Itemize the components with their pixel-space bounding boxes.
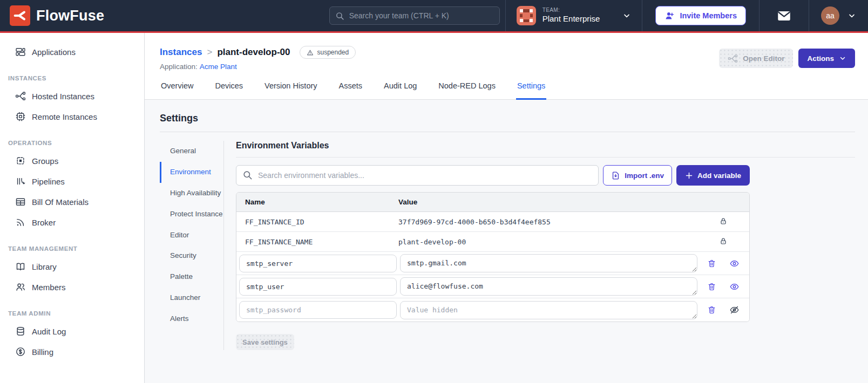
navbar-divider bbox=[759, 0, 760, 31]
sidebar-item-bill-of-materials[interactable]: Bill Of Materials bbox=[0, 191, 144, 212]
sidebar-item-billing[interactable]: Billing bbox=[0, 341, 144, 362]
delete-variable-button[interactable] bbox=[707, 305, 716, 314]
sidebar-item-label: Billing bbox=[32, 347, 53, 357]
add-variable-label: Add variable bbox=[697, 172, 741, 180]
plus-icon bbox=[685, 172, 693, 180]
page-title: Settings bbox=[160, 113, 855, 124]
sidebar-item-broker[interactable]: Broker bbox=[0, 212, 144, 232]
value-visible-toggle[interactable] bbox=[729, 282, 740, 292]
env-toolbar: Import .env Add variable bbox=[236, 165, 750, 186]
sidebar-item-label: Members bbox=[32, 283, 66, 292]
groups-icon bbox=[15, 155, 26, 166]
lock-icon bbox=[719, 237, 728, 245]
user-menu[interactable]: aa bbox=[809, 6, 868, 25]
status-badge-label: suspended bbox=[317, 49, 349, 56]
env-name-input[interactable] bbox=[239, 255, 397, 272]
import-env-button[interactable]: Import .env bbox=[603, 165, 672, 186]
settings-nav-general[interactable]: General bbox=[160, 141, 223, 162]
import-env-label: Import .env bbox=[625, 172, 664, 180]
env-value-input[interactable] bbox=[400, 277, 697, 296]
settings-nav-environment[interactable]: Environment bbox=[160, 162, 223, 183]
env-row-ff-instance-name: FF_INSTANCE_NAMEplant-develop-00 bbox=[236, 232, 749, 252]
env-name-input[interactable] bbox=[239, 301, 397, 319]
save-settings-button[interactable]: Save settings bbox=[236, 334, 294, 350]
section-title: Environment Variables bbox=[236, 141, 855, 158]
top-navbar: FlowFuse TEAM: Plant Enterprise bbox=[0, 0, 868, 31]
sidebar-item-audit-log[interactable]: Audit Log bbox=[0, 321, 144, 341]
settings-nav-alerts[interactable]: Alerts bbox=[160, 309, 223, 330]
sidebar-item-members[interactable]: Members bbox=[0, 277, 144, 297]
settings-nav: GeneralEnvironmentHigh AvailabilityProte… bbox=[160, 141, 223, 350]
sidebar-item-groups[interactable]: Groups bbox=[0, 151, 144, 171]
sidebar-item-label: Bill Of Materials bbox=[32, 197, 89, 207]
application-link[interactable]: Acme Plant bbox=[200, 63, 237, 71]
env-name-input[interactable] bbox=[239, 278, 397, 296]
settings-content: Settings GeneralEnvironmentHigh Availabi… bbox=[145, 100, 868, 383]
broker-icon bbox=[15, 217, 26, 228]
instance-tabs: OverviewDevicesVersion HistoryAssetsAudi… bbox=[145, 78, 868, 100]
tab-version-history[interactable]: Version History bbox=[263, 78, 318, 100]
value-hidden-toggle[interactable] bbox=[729, 305, 740, 315]
env-search-input[interactable] bbox=[236, 165, 599, 186]
flowfuse-logo[interactable]: FlowFuse bbox=[10, 5, 104, 26]
env-row-smtp-password bbox=[236, 298, 749, 322]
sidebar-item-applications[interactable]: Applications bbox=[0, 42, 144, 62]
tab-settings[interactable]: Settings bbox=[516, 78, 546, 100]
sidebar-section-label-team-admin: TEAM ADMIN bbox=[0, 304, 144, 321]
tab-assets[interactable]: Assets bbox=[338, 78, 364, 100]
sidebar-item-hosted-instances[interactable]: Hosted Instances bbox=[0, 86, 144, 106]
add-variable-button[interactable]: Add variable bbox=[676, 165, 750, 186]
team-search bbox=[329, 6, 500, 25]
team-meta: TEAM: Plant Enterprise bbox=[542, 7, 600, 24]
applications-icon bbox=[15, 46, 26, 57]
breadcrumb-instances-link[interactable]: Instances bbox=[160, 47, 202, 58]
sidebar-item-remote-instances[interactable]: Remote Instances bbox=[0, 106, 144, 127]
sidebar-item-label: Audit Log bbox=[32, 327, 66, 336]
actions-label: Actions bbox=[807, 54, 834, 63]
tab-overview[interactable]: Overview bbox=[160, 78, 194, 100]
delete-variable-button[interactable] bbox=[707, 282, 716, 291]
navbar-right: TEAM: Plant Enterprise Invite Members aa bbox=[505, 0, 868, 31]
tab-audit-log[interactable]: Audit Log bbox=[383, 78, 418, 100]
env-row-smtp-user bbox=[236, 275, 749, 298]
actions-button[interactable]: Actions bbox=[798, 49, 855, 68]
sidebar-section-label-team-management: TEAM MANAGEMENT bbox=[0, 239, 144, 256]
settings-nav-palette[interactable]: Palette bbox=[160, 266, 223, 288]
breadcrumb-separator: > bbox=[207, 47, 212, 58]
trash-icon bbox=[707, 305, 716, 314]
settings-nav-high-availability[interactable]: High Availability bbox=[160, 183, 223, 204]
audit-log-icon bbox=[15, 326, 26, 337]
brand-name: FlowFuse bbox=[36, 8, 104, 24]
env-value-input[interactable] bbox=[400, 254, 697, 272]
settings-divider bbox=[160, 132, 855, 132]
value-visible-toggle[interactable] bbox=[729, 258, 740, 269]
main-area: Instances > plant-develop-00 suspended A… bbox=[145, 33, 868, 383]
chevron-down-icon bbox=[847, 11, 856, 20]
team-search-input[interactable] bbox=[329, 6, 500, 25]
search-icon bbox=[335, 11, 344, 20]
import-file-icon bbox=[611, 171, 620, 180]
invite-members-button[interactable]: Invite Members bbox=[655, 6, 746, 25]
chevron-down-icon bbox=[839, 54, 846, 62]
sidebar-item-label: Hosted Instances bbox=[32, 92, 94, 101]
environment-panel: Environment Variables Import .env Ad bbox=[236, 141, 855, 350]
settings-nav-editor[interactable]: Editor bbox=[160, 225, 223, 246]
open-editor-label: Open Editor bbox=[743, 54, 784, 63]
eye-icon bbox=[729, 282, 740, 292]
team-switcher[interactable]: TEAM: Plant Enterprise bbox=[506, 0, 642, 31]
env-value-input[interactable] bbox=[400, 301, 697, 319]
sidebar-section-label-operations: OPERATIONS bbox=[0, 133, 144, 151]
sidebar-item-pipelines[interactable]: Pipelines bbox=[0, 171, 144, 191]
tab-node-red-logs[interactable]: Node-RED Logs bbox=[437, 78, 497, 100]
delete-variable-button[interactable] bbox=[707, 259, 716, 268]
tab-devices[interactable]: Devices bbox=[214, 78, 244, 100]
sidebar-item-library[interactable]: Library bbox=[0, 256, 144, 277]
settings-nav-security[interactable]: Security bbox=[160, 245, 223, 266]
locked-indicator bbox=[719, 237, 728, 247]
settings-nav-protect-instance[interactable]: Protect Instance bbox=[160, 204, 223, 225]
settings-nav-launcher[interactable]: Launcher bbox=[160, 288, 223, 309]
instance-header: Instances > plant-develop-00 suspended A… bbox=[145, 33, 868, 100]
notifications-button[interactable] bbox=[777, 9, 791, 23]
eye-off-icon bbox=[729, 305, 740, 315]
open-editor-button[interactable]: Open Editor bbox=[719, 49, 793, 68]
